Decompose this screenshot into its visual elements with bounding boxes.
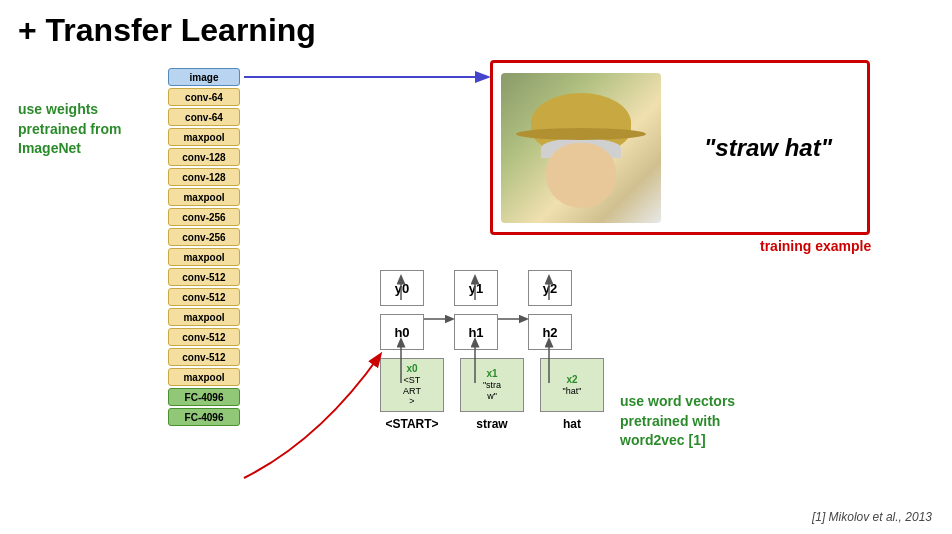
wordvec-label: use word vectorspretrained withword2vec … [620, 392, 735, 451]
training-example-box: "straw hat" [490, 60, 870, 235]
weights-label: use weightspretrained fromImageNet [18, 100, 121, 159]
page-title: + Transfer Learning [18, 12, 316, 49]
training-label: training example [760, 238, 871, 254]
h-nodes-row: h0 h1 h2 [380, 314, 604, 350]
cnn-layer-conv-64: conv-64 [168, 108, 240, 126]
cnn-layer-conv-128: conv-128 [168, 148, 240, 166]
cnn-layer-maxpool: maxpool [168, 128, 240, 146]
y2-node: y2 [528, 270, 572, 306]
x-labels-row: <START> straw hat [380, 417, 604, 431]
x2-node: x2 "hat" [540, 358, 604, 412]
cnn-layer-FC-4096: FC-4096 [168, 408, 240, 426]
y-nodes-row: y0 y1 y2 [380, 270, 604, 306]
cnn-layer-maxpool: maxpool [168, 368, 240, 386]
cnn-layer-FC-4096: FC-4096 [168, 388, 240, 406]
cnn-layer-maxpool: maxpool [168, 308, 240, 326]
x2-label: hat [540, 417, 604, 431]
cnn-layer-conv-512: conv-512 [168, 288, 240, 306]
cnn-layer-conv-512: conv-512 [168, 328, 240, 346]
cnn-column: imageconv-64conv-64maxpoolconv-128conv-1… [168, 68, 240, 426]
cnn-layer-conv-256: conv-256 [168, 208, 240, 226]
x-nodes-row: x0 <START> x1 "straw" x2 "hat" [380, 358, 604, 412]
person-photo [501, 73, 661, 223]
x1-label: straw [460, 417, 524, 431]
reference-text: [1] Mikolov et al., 2013 [812, 510, 932, 524]
cnn-layer-conv-128: conv-128 [168, 168, 240, 186]
straw-hat-label: "straw hat" [677, 134, 859, 162]
cnn-layer-image: image [168, 68, 240, 86]
h2-node: h2 [528, 314, 572, 350]
h0-node: h0 [380, 314, 424, 350]
title-plus: + [18, 12, 46, 48]
x0-node: x0 <START> [380, 358, 444, 412]
h1-node: h1 [454, 314, 498, 350]
cnn-layer-conv-256: conv-256 [168, 228, 240, 246]
title-text: Transfer Learning [46, 12, 316, 48]
cnn-layer-conv-512: conv-512 [168, 268, 240, 286]
cnn-layer-maxpool: maxpool [168, 248, 240, 266]
cnn-layer-maxpool: maxpool [168, 188, 240, 206]
rnn-diagram: y0 y1 y2 h0 h1 h2 x0 <START> x1 "straw" … [380, 270, 604, 431]
cnn-layer-conv-512: conv-512 [168, 348, 240, 366]
y0-node: y0 [380, 270, 424, 306]
cnn-layer-conv-64: conv-64 [168, 88, 240, 106]
y1-node: y1 [454, 270, 498, 306]
x1-node: x1 "straw" [460, 358, 524, 412]
x0-label: <START> [380, 417, 444, 431]
